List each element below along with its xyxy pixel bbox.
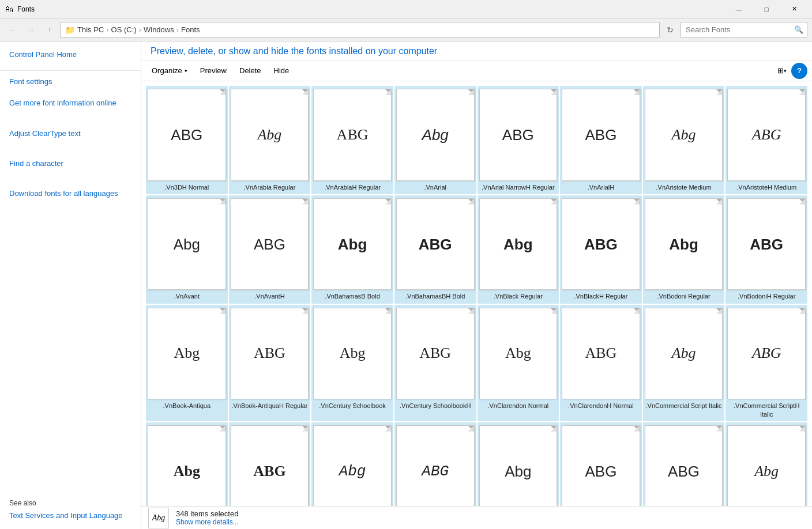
- font-item[interactable]: Abg .VnAristote Medium: [643, 86, 725, 194]
- font-card: ABG: [562, 198, 640, 290]
- font-item[interactable]: Abg .VnCourier New: [311, 422, 393, 506]
- refresh-button[interactable]: ↻: [662, 22, 678, 38]
- font-preview-text: ABG: [666, 462, 702, 481]
- font-name-label: .VnBook-AntiquaH Regular: [231, 402, 307, 410]
- font-item[interactable]: ABG .VnBlackH Regular: [560, 195, 642, 304]
- organize-button[interactable]: Organize ▾: [146, 63, 193, 79]
- font-name-label: .VnAristoteH Medium: [736, 183, 796, 191]
- font-name-label: .VnClarendonH Normal: [568, 402, 634, 410]
- font-item[interactable]: ABG .VnCourier NewH: [394, 422, 476, 506]
- font-preview-text: ABG: [582, 125, 619, 145]
- font-preview-text: Abg: [337, 343, 368, 363]
- font-card: ABG: [562, 308, 640, 400]
- up-button[interactable]: ↑: [42, 22, 58, 38]
- font-card: Abg: [313, 425, 392, 506]
- sidebar-item-text-services[interactable]: Text Services and Input Language: [9, 509, 131, 522]
- font-item[interactable]: Abg .VnArabia Regular: [229, 86, 311, 194]
- font-name-label: .VnCommercial ScriptH Italic: [727, 402, 806, 418]
- search-button[interactable]: 🔍: [791, 22, 807, 38]
- search-box: 🔍: [681, 22, 807, 38]
- help-button[interactable]: ?: [791, 63, 807, 79]
- path-osc: OS (C:): [111, 25, 137, 34]
- organize-chevron-icon: ▾: [185, 68, 187, 74]
- sidebar-item-download[interactable]: Download fonts for all languages: [9, 187, 131, 200]
- sidebar-item-font-settings[interactable]: Font settings: [9, 75, 131, 88]
- font-item[interactable]: ABG .VnCooperH: [229, 422, 311, 506]
- font-item[interactable]: Abg .VnBodoni Regular: [643, 195, 725, 304]
- font-card: ABG: [727, 308, 806, 400]
- font-item[interactable]: Abg .VnCourier: [478, 422, 559, 506]
- font-item[interactable]: ABG .VnClarendonH Normal: [560, 305, 642, 421]
- font-card: ABG: [396, 198, 475, 290]
- font-item[interactable]: Abg .VnAvant: [146, 195, 228, 304]
- maximize-button[interactable]: □: [753, 0, 780, 18]
- font-card: Abg: [148, 425, 226, 506]
- font-name-label: .Vn3DH Normal: [164, 183, 209, 191]
- font-card: ABG: [231, 425, 309, 506]
- font-item[interactable]: Abg .VnBahamasB Bold: [311, 195, 393, 304]
- status-preview-icon: Abg: [148, 508, 169, 528]
- font-item[interactable]: Abg .VnCommercial Script Italic: [643, 305, 725, 421]
- font-name-label: .VnAristote Medium: [656, 183, 712, 191]
- font-name-label: .VnArabia Regular: [243, 183, 295, 191]
- font-item[interactable]: ABG .VnArial NarrowH Regular: [478, 86, 559, 194]
- font-name-label: .VnCentury Schoolbook: [319, 402, 386, 410]
- font-item[interactable]: ABG .VnBook-AntiquaH Regular: [229, 305, 311, 421]
- search-input[interactable]: [681, 22, 791, 37]
- font-item[interactable]: ABG .Vn3DH Normal: [146, 86, 228, 194]
- sidebar-item-more-info[interactable]: Get more font information online: [9, 97, 131, 109]
- font-card: ABG: [231, 308, 309, 400]
- font-card: ABG: [479, 89, 558, 181]
- font-item[interactable]: Abg .VnCooper: [146, 422, 228, 506]
- hide-button[interactable]: Hide: [268, 63, 295, 79]
- titlebar: 🗛 Fonts — □ ✕: [0, 0, 812, 18]
- font-item[interactable]: ABG .VnExotic Normal: [560, 422, 642, 506]
- forward-button[interactable]: →: [23, 22, 39, 38]
- font-item[interactable]: Abg .VnCentury Schoolbook: [311, 305, 393, 421]
- font-preview-text: ABG: [416, 235, 454, 254]
- sidebar-item-control-panel-home[interactable]: Control Panel Home: [9, 48, 131, 61]
- font-item[interactable]: ABG .VnArialH: [560, 86, 642, 194]
- font-grid-container[interactable]: ABG .Vn3DH Normal Abg .VnArabia Regular …: [141, 81, 812, 506]
- delete-button[interactable]: Delete: [234, 63, 267, 79]
- address-path[interactable]: 📁 This PC › OS (C:) › Windows › Fonts: [60, 22, 660, 38]
- font-item[interactable]: ABG .VnCommercial ScriptH Italic: [725, 305, 807, 421]
- preview-button[interactable]: Preview: [194, 63, 232, 79]
- minimize-button[interactable]: —: [725, 0, 752, 18]
- status-count: 348 items selected: [176, 509, 239, 518]
- content-area: Preview, delete, or show and hide the fo…: [141, 41, 812, 529]
- font-name-label: .VnAvant: [174, 292, 200, 300]
- font-item[interactable]: ABG .VnAvantH: [229, 195, 311, 304]
- sidebar-item-cleartype[interactable]: Adjust ClearType text: [9, 127, 131, 140]
- font-preview-text: Abg: [255, 125, 284, 145]
- sidebar-item-find-char[interactable]: Find a character: [9, 157, 131, 170]
- back-button[interactable]: ←: [5, 22, 21, 38]
- font-item[interactable]: Abg .VnBook-Antiqua: [146, 305, 228, 421]
- font-card: Abg: [313, 198, 392, 290]
- font-card: Abg: [148, 198, 226, 290]
- status-text: 348 items selected Show more details...: [176, 509, 239, 526]
- font-item[interactable]: ABG .VnBodoniH Regular: [725, 195, 807, 304]
- font-name-label: .VnArialH: [588, 183, 614, 191]
- sidebar-section-links: Font settings Get more font information …: [0, 75, 141, 205]
- font-card: ABG: [727, 198, 806, 290]
- font-item[interactable]: ABG .VnArabiaH Regular: [311, 86, 393, 194]
- show-details-link[interactable]: Show more details...: [176, 518, 239, 526]
- font-item[interactable]: Abg .VnClarendon Normal: [478, 305, 559, 421]
- font-preview-text: Abg: [171, 462, 202, 481]
- font-item[interactable]: ABG .VnBahamasBH Bold: [394, 195, 476, 304]
- font-item[interactable]: Abg .VnFree Medium: [725, 422, 807, 506]
- close-button[interactable]: ✕: [781, 0, 807, 18]
- font-card: Abg: [645, 89, 723, 181]
- font-item[interactable]: Abg .VnBlack Regular: [478, 195, 559, 304]
- font-item[interactable]: Abg .VnArial: [394, 86, 476, 194]
- font-item[interactable]: ABG .VnExoticH: [643, 422, 725, 506]
- font-preview-text: ABG: [500, 125, 536, 145]
- font-name-label: .VnBook-Antiqua: [163, 402, 211, 410]
- font-item[interactable]: ABG .VnCentury SchoolbookH: [394, 305, 476, 421]
- view-options-button[interactable]: ⊞▾: [774, 63, 790, 79]
- app-icon: 🗛: [5, 4, 14, 14]
- font-card: ABG: [231, 198, 309, 290]
- see-also-links: Text Services and Input Language: [0, 509, 141, 522]
- font-item[interactable]: ABG .VnAristoteH Medium: [725, 86, 807, 194]
